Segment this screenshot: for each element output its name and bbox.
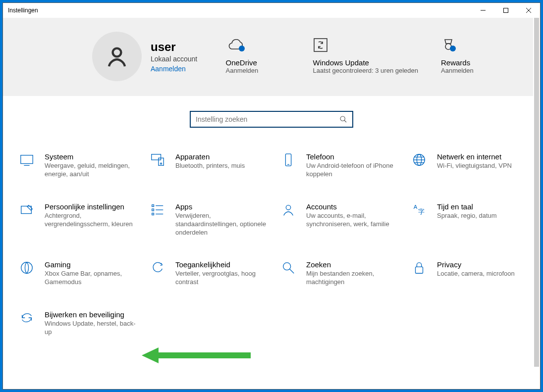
tile-desc: Bluetooth, printers, muis <box>175 162 245 170</box>
devices-icon <box>149 152 166 170</box>
cloud-icon <box>226 38 290 55</box>
svg-rect-1 <box>504 8 508 13</box>
update-sub: Laatst gecontroleerd: 3 uren geleden <box>313 67 419 75</box>
tile-desc: Weergave, geluid, meldingen, energie, aa… <box>45 162 142 179</box>
rewards-icon <box>441 38 505 55</box>
svg-rect-34 <box>416 267 423 274</box>
tile-title: Apps <box>175 202 272 211</box>
tile-title: Gaming <box>45 260 142 269</box>
svg-rect-14 <box>285 154 291 166</box>
tile-title: Tijd en taal <box>437 202 497 211</box>
user-cluster[interactable]: user Lokaal account Aanmelden <box>92 32 197 81</box>
tile-desc: Locatie, camera, microfoon <box>437 270 515 278</box>
update-icon <box>313 38 419 55</box>
svg-point-13 <box>161 163 162 164</box>
titlebar: Instellingen <box>3 3 540 18</box>
svg-point-4 <box>113 49 121 57</box>
avatar <box>92 32 142 81</box>
rewards-title: Rewards <box>441 58 505 67</box>
tile-desc: Verteller, vergrootglas, hoog contrast <box>175 270 272 287</box>
tile-desc: Spraak, regio, datum <box>437 212 497 220</box>
rewards-sub: Aanmelden <box>441 67 505 75</box>
user-account-type: Lokaal account <box>151 55 197 63</box>
onedrive-title: OneDrive <box>226 58 290 67</box>
tile-systeem[interactable]: SysteemWeergave, geluid, meldingen, ener… <box>18 152 142 179</box>
personalization-icon <box>18 202 36 220</box>
svg-line-8 <box>344 120 346 122</box>
svg-text:A: A <box>414 204 418 210</box>
tile-accounts[interactable]: AccountsUw accounts, e-mail, synchronise… <box>279 202 403 237</box>
tile-toegankelijkheid[interactable]: ToegankelijkheidVerteller, vergrootglas,… <box>149 260 272 287</box>
tile-desc: Uw Android-telefoon of iPhone koppelen <box>306 162 403 179</box>
update-security-icon <box>18 310 36 328</box>
svg-marker-35 <box>142 347 251 363</box>
rewards-card[interactable]: Rewards Aanmelden <box>441 38 505 75</box>
search-wrap <box>3 96 540 138</box>
onedrive-card[interactable]: OneDrive Aanmelden <box>226 38 290 75</box>
search-tile-icon <box>279 260 297 278</box>
tile-title: Persoonlijke instellingen <box>45 202 142 211</box>
header-cards: OneDrive Aanmelden Windows Update Laatst… <box>226 38 506 75</box>
tile-zoeken[interactable]: ZoekenMijn bestanden zoeken, machtiginge… <box>279 260 403 287</box>
scrollbar[interactable] <box>533 18 540 389</box>
system-icon <box>18 152 36 170</box>
user-name: user <box>151 40 197 54</box>
scrollbar-thumb[interactable] <box>534 18 539 367</box>
settings-window: Instellingen user Lokaal account Aanmeld… <box>2 2 541 390</box>
search-icon <box>339 115 347 123</box>
svg-point-32 <box>283 263 291 270</box>
tile-apps[interactable]: AppsVerwijderen, standaardinstellingen, … <box>149 202 272 237</box>
tile-title: Zoeken <box>306 260 403 269</box>
minimize-button[interactable] <box>472 3 494 18</box>
tile-tijd-taal[interactable]: A字 Tijd en taalSpraak, regio, datum <box>410 202 534 237</box>
tile-title: Accounts <box>306 202 403 211</box>
apps-icon <box>149 202 166 220</box>
window-title: Instellingen <box>8 7 38 14</box>
tile-title: Telefoon <box>306 152 403 161</box>
tile-desc: Windows Update, herstel, back-up <box>45 320 142 337</box>
phone-icon <box>279 152 297 170</box>
update-title: Windows Update <box>313 58 419 67</box>
tile-desc: Xbox Game Bar, opnames, Gamemodus <box>45 270 142 287</box>
tile-netwerk[interactable]: Netwerk en internetWi-Fi, vliegtuigstand… <box>410 152 534 179</box>
gaming-icon <box>18 260 36 278</box>
accessibility-icon <box>149 260 166 278</box>
globe-icon <box>410 152 428 170</box>
tile-title: Bijwerken en beveiliging <box>45 310 142 319</box>
person-icon <box>105 45 129 68</box>
svg-rect-11 <box>152 154 161 160</box>
svg-point-31 <box>21 262 33 274</box>
maximize-button[interactable] <box>494 3 517 18</box>
svg-line-33 <box>290 269 294 273</box>
close-button[interactable] <box>517 3 540 18</box>
user-sign-in-link[interactable]: Aanmelden <box>151 65 197 73</box>
tile-privacy[interactable]: PrivacyLocatie, camera, microfoon <box>410 260 534 287</box>
svg-point-7 <box>340 116 345 121</box>
accounts-icon <box>279 202 297 220</box>
svg-rect-23 <box>152 209 154 211</box>
tile-title: Netwerk en internet <box>437 152 512 161</box>
user-info: user Lokaal account Aanmelden <box>151 40 197 73</box>
tile-bijwerken-beveiliging[interactable]: Bijwerken en beveiligingWindows Update, … <box>18 310 142 337</box>
svg-text:字: 字 <box>418 207 425 215</box>
windows-update-card[interactable]: Windows Update Laatst gecontroleerd: 3 u… <box>313 38 419 75</box>
tile-telefoon[interactable]: TelefoonUw Android-telefoon of iPhone ko… <box>279 152 403 179</box>
search-input[interactable] <box>196 115 339 123</box>
svg-rect-5 <box>314 39 327 51</box>
tile-apparaten[interactable]: ApparatenBluetooth, printers, muis <box>149 152 272 179</box>
window-controls <box>472 3 540 18</box>
onedrive-sub: Aanmelden <box>226 67 290 75</box>
tile-desc: Verwijderen, standaardinstellingen, opti… <box>175 212 272 237</box>
tile-persoonlijke[interactable]: Persoonlijke instellingenAchtergrond, ve… <box>18 202 142 237</box>
svg-rect-22 <box>152 204 154 206</box>
tile-title: Systeem <box>45 152 142 161</box>
tile-desc: Achtergrond, vergrendelingsscherm, kleur… <box>45 212 142 229</box>
annotation-arrow <box>142 346 251 366</box>
tile-gaming[interactable]: GamingXbox Game Bar, opnames, Gamemodus <box>18 260 142 287</box>
search-box[interactable] <box>190 111 353 128</box>
tile-title: Privacy <box>437 260 515 269</box>
svg-rect-21 <box>21 206 32 213</box>
header: user Lokaal account Aanmelden OneDrive A… <box>3 18 540 96</box>
svg-point-28 <box>286 205 290 209</box>
tile-title: Apparaten <box>175 152 245 161</box>
